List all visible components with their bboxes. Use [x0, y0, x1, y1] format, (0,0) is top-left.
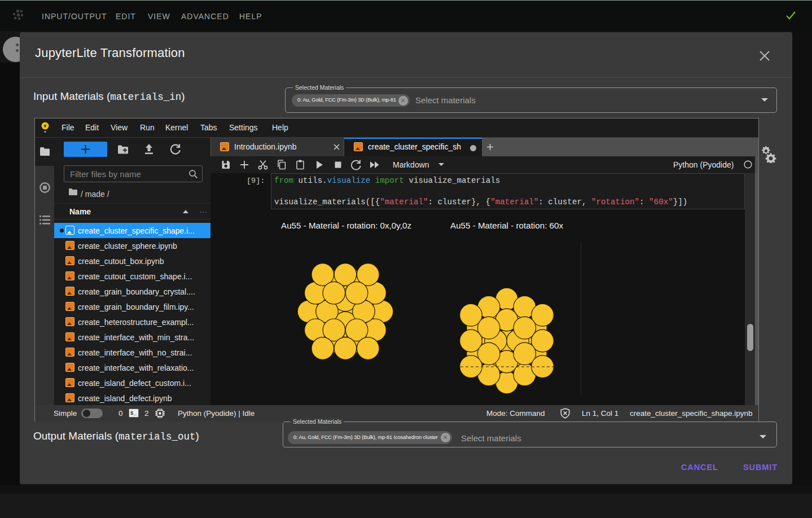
svg-text:$_: $_	[130, 411, 137, 416]
